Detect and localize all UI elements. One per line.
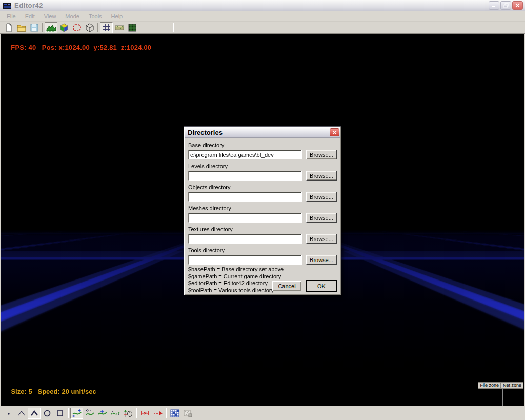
circle-tool-button[interactable] (41, 408, 53, 419)
square-icon (55, 408, 65, 418)
grid-hash-icon (102, 23, 112, 33)
toolbar-separator (68, 408, 69, 418)
toolbar-separator (136, 408, 137, 418)
net-zone-tab[interactable]: Net zone (501, 382, 523, 389)
hud-gap (36, 44, 42, 51)
spline-shift-left-tool-button[interactable] (83, 408, 96, 419)
textures-directory-input[interactable] (188, 234, 302, 244)
circle-icon (42, 408, 52, 418)
base-directory-field: Base directory Browse... (188, 142, 337, 159)
spline-dotted-icon (110, 408, 120, 418)
levels-directory-browse-button[interactable]: Browse... (306, 171, 337, 181)
open-folder-button[interactable] (15, 22, 28, 33)
new-file-icon (4, 23, 14, 33)
fps-readout: FPS: 40 (11, 44, 36, 51)
window-titlebar: Editor42 (0, 0, 525, 11)
hud-gap (32, 388, 38, 395)
extend-arrow-tool-button[interactable] (151, 408, 164, 419)
texture-strip-button[interactable] (113, 22, 126, 33)
tools-directory-input[interactable] (188, 255, 302, 265)
textures-directory-browse-button[interactable]: Browse... (306, 234, 337, 244)
meshes-directory-input[interactable] (188, 213, 302, 223)
textures-directory-label: Textures directory (188, 226, 337, 233)
close-button[interactable] (512, 1, 523, 10)
path-variables-info: $basePath = Base directory set above $ga… (188, 266, 284, 294)
texture-mode-button[interactable] (57, 22, 70, 33)
base-directory-input[interactable] (188, 150, 302, 159)
objects-directory-input[interactable] (188, 192, 302, 202)
cube-wireframe-icon (85, 23, 95, 33)
levels-directory-input[interactable] (188, 171, 302, 181)
caret-thin-icon (16, 408, 27, 418)
objects-directory-browse-button[interactable]: Browse... (306, 192, 337, 202)
minimize-button[interactable] (489, 1, 499, 10)
minimap-tool-button[interactable] (168, 408, 181, 419)
point-tool-button[interactable] (2, 408, 15, 419)
toolbar-spacer (138, 27, 171, 28)
info-editorpath: $editorPath = Editor42 directory (188, 280, 284, 287)
zone-tabs: File zone Net zone (478, 382, 523, 389)
selection-marquee-button[interactable] (70, 22, 83, 33)
tools-directory-label: Tools directory (188, 247, 337, 254)
menu-bar: File Edit View Mode Tools Help (0, 11, 525, 22)
spline-shift-left-icon (85, 408, 95, 418)
object-mode-button[interactable] (83, 22, 96, 33)
file-zone-tab[interactable]: File zone (478, 382, 501, 389)
caret-thin-tool-button[interactable] (15, 408, 28, 419)
pan-tool-button[interactable] (122, 408, 134, 419)
marquee-icon (72, 23, 82, 33)
toolbar-separator (173, 23, 174, 32)
restore-button[interactable] (500, 1, 511, 10)
save-button[interactable] (28, 22, 41, 33)
spline-add-tool-button[interactable] (70, 408, 83, 419)
detail-grid-icon (127, 23, 137, 33)
tools-directory-browse-button[interactable]: Browse... (306, 255, 337, 265)
objects-directory-label: Objects directory (188, 184, 337, 191)
menu-tools[interactable]: Tools (84, 12, 107, 21)
zone-divider-line (502, 389, 503, 406)
info-gamepath: $gamePath = Current game directory (188, 273, 284, 281)
grid-settings-tool-button[interactable] (181, 408, 194, 419)
info-basepath: $basePath = Base directory set above (188, 266, 284, 273)
square-tool-button[interactable] (53, 408, 66, 419)
levels-directory-field: Levels directory Browse... (188, 163, 337, 181)
grid-toggle-button[interactable] (100, 22, 113, 33)
menu-mode[interactable]: Mode (60, 12, 84, 21)
objects-directory-field: Objects directory Browse... (188, 184, 337, 202)
menu-edit[interactable]: Edit (21, 12, 39, 21)
spline-dotted-tool-button[interactable] (109, 408, 122, 419)
menu-help[interactable]: Help (107, 12, 128, 21)
caret-wide-tool-button[interactable] (28, 408, 41, 419)
base-directory-label: Base directory (188, 142, 337, 149)
detail-grid-button[interactable] (126, 22, 138, 33)
ok-button[interactable]: OK (306, 280, 337, 292)
spline-toolbar (0, 406, 525, 420)
delete-segment-icon (140, 408, 150, 418)
dashed-arrow-icon (153, 408, 163, 418)
new-file-button[interactable] (2, 22, 15, 33)
directories-dialog: Directories Base directory Browse... Lev… (184, 126, 341, 295)
toolbar-separator (42, 23, 43, 32)
delete-segment-tool-button[interactable] (138, 408, 151, 419)
terrain-mode-button[interactable] (45, 22, 57, 33)
dialog-title: Directories (188, 129, 223, 136)
texture-strip-icon (114, 23, 125, 33)
meshes-directory-browse-button[interactable]: Browse... (306, 213, 337, 223)
terrain-icon (46, 23, 56, 33)
dialog-close-button[interactable] (330, 128, 339, 136)
restore-icon (503, 3, 509, 8)
cancel-button[interactable]: Cancel (272, 281, 301, 291)
base-directory-browse-button[interactable]: Browse... (306, 150, 337, 159)
open-folder-icon (16, 23, 27, 33)
spline-insert-tool-button[interactable] (96, 408, 109, 419)
menu-file[interactable]: File (2, 12, 21, 21)
hud-fps-pos: FPS: 40 Pos: x:1024.00 y:52.81 z:1024.00 (3, 36, 151, 59)
app-icon (3, 2, 11, 10)
window-title: Editor42 (14, 2, 43, 9)
point-icon (4, 408, 14, 418)
menu-view[interactable]: View (39, 12, 61, 21)
caret-wide-icon (29, 408, 39, 418)
dialog-titlebar[interactable]: Directories (185, 127, 340, 138)
save-icon (29, 23, 39, 33)
spline-add-icon (72, 408, 82, 418)
